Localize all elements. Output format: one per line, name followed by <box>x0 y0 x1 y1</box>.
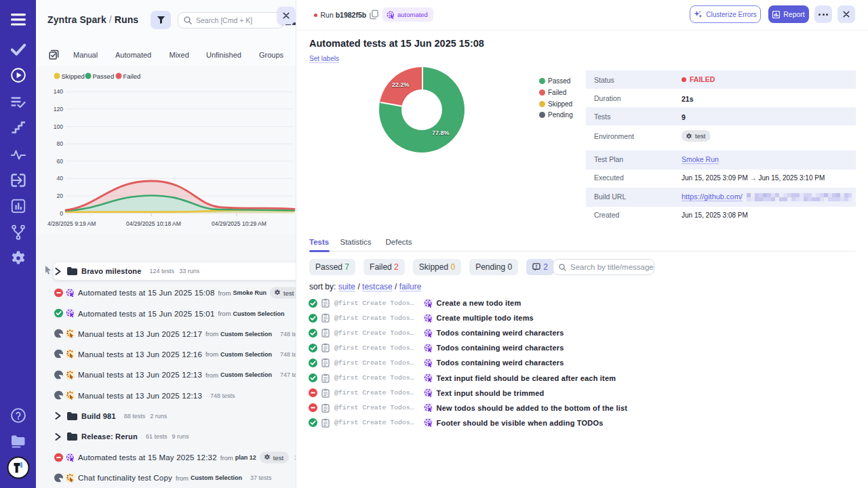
svg-text:80: 80 <box>57 140 64 147</box>
svg-text:140: 140 <box>54 88 63 95</box>
svg-text:Skipped: Skipped <box>62 73 85 80</box>
svg-text:60: 60 <box>57 158 64 165</box>
svg-text:100: 100 <box>54 123 63 130</box>
svg-text:120: 120 <box>54 106 63 113</box>
svg-text:20: 20 <box>57 192 64 199</box>
svg-text:04/29/2025 10:18 AM: 04/29/2025 10:18 AM <box>126 220 181 227</box>
svg-text:40: 40 <box>57 175 64 182</box>
svg-text:04/29/2025 10:29 AM: 04/29/2025 10:29 AM <box>212 220 267 227</box>
svg-text:4/28/2025 9:19 AM: 4/28/2025 9:19 AM <box>47 220 96 227</box>
svg-text:Passed: Passed <box>93 73 115 80</box>
svg-text:0: 0 <box>60 210 63 217</box>
svg-text:Failed: Failed <box>123 73 141 80</box>
